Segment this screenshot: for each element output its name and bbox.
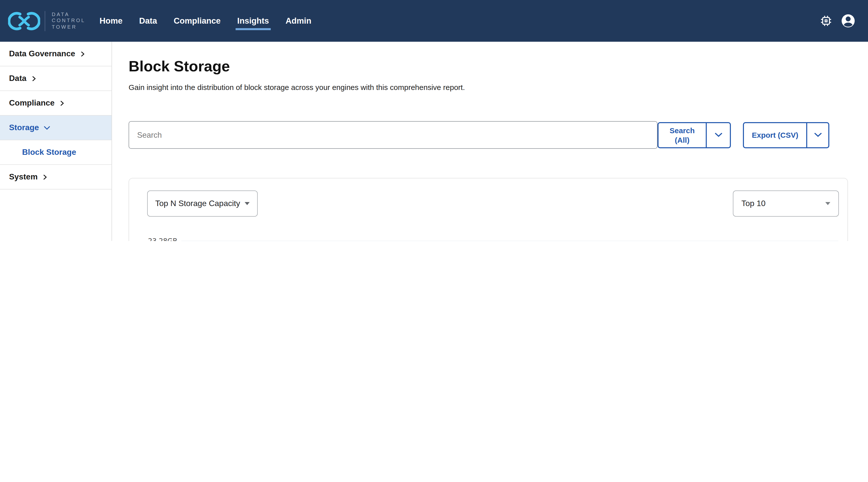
sidebar-item-label: Block Storage	[22, 148, 76, 157]
sidebar-item-data[interactable]: Data	[0, 66, 112, 91]
top-navbar: DATA CONTROL TOWER HomeDataComplianceIns…	[0, 0, 868, 42]
search-options-button[interactable]	[706, 123, 730, 147]
chevron-down-icon	[43, 125, 50, 130]
nav-item-insights[interactable]: Insights	[237, 0, 269, 42]
sidebar-item-label: Compliance	[9, 98, 55, 108]
account-icon[interactable]	[841, 14, 855, 28]
y-tick-label: 23.28GB	[129, 237, 177, 241]
main-content: Block Storage Gain insight into the dist…	[112, 42, 868, 241]
export-options-button[interactable]	[806, 123, 828, 147]
navbar-actions	[820, 14, 855, 28]
active-nav-underline	[236, 28, 271, 30]
export-csv-button[interactable]: Export (CSV)	[744, 123, 806, 147]
nav-item-data[interactable]: Data	[139, 0, 157, 42]
sidebar-item-data-governance[interactable]: Data Governance	[0, 42, 112, 66]
brand-text: DATA CONTROL TOWER	[52, 11, 85, 30]
search-button[interactable]: Search (All)	[658, 123, 706, 147]
nav-item-label: Data	[139, 16, 157, 26]
nav-item-label: Admin	[285, 16, 311, 26]
nav-item-home[interactable]: Home	[99, 0, 123, 42]
nav-item-label: Home	[99, 16, 123, 26]
export-button-label: Export (CSV)	[752, 130, 798, 140]
stacked-bar-chart: This chart shows the top 4 storage engin…	[129, 178, 847, 241]
sidebar-item-label: Data	[9, 74, 26, 83]
sidebar: Data GovernanceDataComplianceStorageBloc…	[0, 42, 112, 241]
chevron-right-icon	[31, 76, 36, 81]
primary-nav: HomeDataComplianceInsightsAdmin	[99, 0, 311, 42]
search-row: Search (All) Export (CSV)	[129, 121, 829, 149]
sidebar-item-label: Storage	[9, 123, 39, 132]
sidebar-item-storage[interactable]: Storage	[0, 116, 112, 140]
sidebar-item-block-storage[interactable]: Block Storage	[0, 140, 112, 165]
gridline	[181, 241, 838, 241]
sidebar-item-label: System	[9, 172, 38, 181]
search-button-line1: Search	[670, 125, 695, 135]
search-split-button: Search (All)	[657, 122, 731, 148]
chevron-right-icon	[59, 100, 65, 106]
export-split-button: Export (CSV)	[743, 122, 829, 148]
nav-item-compliance[interactable]: Compliance	[174, 0, 220, 42]
chevron-right-icon	[80, 51, 85, 57]
chart-card: Top N Storage Capacity Top 10 This chart…	[129, 178, 848, 241]
sidebar-item-compliance[interactable]: Compliance	[0, 91, 112, 116]
page-title: Block Storage	[129, 58, 230, 75]
brand-divider	[45, 11, 45, 31]
chevron-right-icon	[42, 174, 48, 180]
nav-item-label: Insights	[237, 16, 269, 26]
chevron-down-icon	[814, 133, 822, 137]
search-input[interactable]	[129, 121, 657, 149]
chevron-down-icon	[715, 133, 722, 137]
nav-item-label: Compliance	[174, 16, 220, 26]
search-button-line2: (All)	[675, 135, 689, 145]
nav-item-admin[interactable]: Admin	[285, 0, 311, 42]
sidebar-item-label: Data Governance	[9, 49, 75, 58]
infinity-logo-icon	[8, 10, 40, 32]
chip-icon[interactable]	[820, 15, 832, 27]
app-root: DATA CONTROL TOWER HomeDataComplianceIns…	[0, 0, 868, 241]
page-description: Gain insight into the distribution of bl…	[129, 83, 465, 91]
sidebar-item-system[interactable]: System	[0, 165, 112, 189]
brand: DATA CONTROL TOWER	[8, 10, 85, 32]
